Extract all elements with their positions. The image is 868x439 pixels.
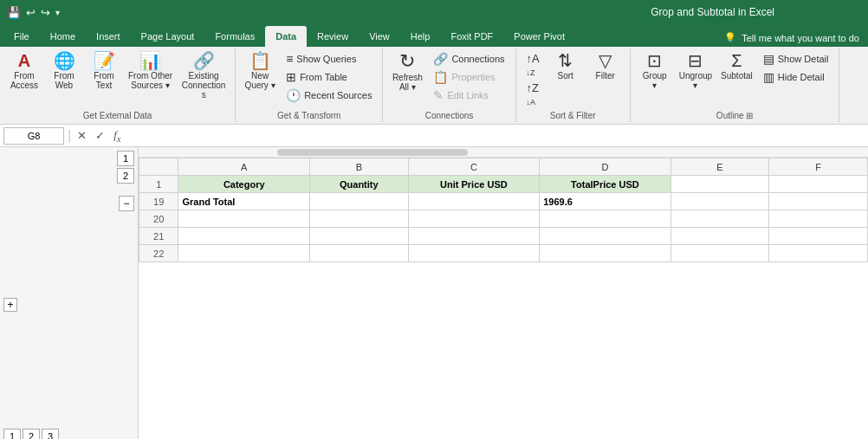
cell-a1[interactable]: Category (178, 176, 310, 193)
cell-d1[interactable]: TotalPrice USD (540, 176, 671, 193)
outline-row-2-button[interactable]: 2 (117, 168, 134, 184)
sort-asc-button[interactable]: ↑A↓Z (521, 50, 545, 80)
cell-c19[interactable] (408, 193, 540, 210)
cell-e19[interactable] (670, 193, 769, 210)
external-data-buttons: A FromAccess 🌐 FromWeb 📝 FromText 📊 From… (5, 50, 230, 109)
horizontal-scrollbar[interactable] (277, 149, 468, 156)
cell-e1[interactable] (670, 176, 769, 193)
cell-b20[interactable] (309, 210, 408, 228)
col-header-f[interactable]: F (769, 158, 868, 176)
col-header-d[interactable]: D (540, 158, 671, 176)
title-bar-controls[interactable]: 💾 ↩ ↪ ▾ (7, 6, 60, 19)
group-label: Group▾ (643, 71, 667, 90)
cell-f20[interactable] (769, 210, 868, 228)
tab-data[interactable]: Data (265, 26, 307, 47)
cell-c20[interactable] (408, 210, 540, 228)
from-table-button[interactable]: ⊞ From Table (281, 68, 377, 86)
cell-c1[interactable]: Unit Price USD (408, 176, 540, 193)
tab-view[interactable]: View (359, 26, 400, 47)
outline-expand-plus-button[interactable]: + (3, 298, 17, 312)
subtotal-button[interactable]: Σ Subtotal (717, 50, 756, 82)
cell-d22[interactable] (540, 245, 671, 262)
outline-expand-icon[interactable]: ⊞ (746, 111, 753, 120)
title-bar-title: Grop and Subtotal in Excel (60, 6, 861, 18)
col-header-b[interactable]: B (309, 158, 408, 176)
cell-c22[interactable] (408, 245, 540, 262)
hide-detail-button[interactable]: ▥ Hide Detail (758, 68, 834, 86)
tab-file[interactable]: File (3, 26, 40, 47)
col-header-c[interactable]: C (408, 158, 540, 176)
from-text-button[interactable]: 📝 FromText (85, 50, 123, 92)
cell-a20[interactable] (178, 210, 310, 228)
filter-button[interactable]: ▽ Filter (586, 50, 625, 82)
cell-b21[interactable] (309, 228, 408, 245)
from-other-sources-button[interactable]: 📊 From OtherSources ▾ (125, 50, 176, 92)
cell-b22[interactable] (309, 245, 408, 262)
tell-me-label[interactable]: Tell me what you want to do (742, 33, 859, 43)
cell-a19[interactable]: Grand Total (178, 193, 310, 210)
from-table-icon: ⊞ (286, 70, 296, 84)
cell-a22[interactable] (178, 245, 310, 262)
cell-d21[interactable] (540, 228, 671, 245)
cell-f21[interactable] (769, 228, 868, 245)
existing-connections-button[interactable]: 🔗 ExistingConnections (178, 50, 230, 101)
cell-d19[interactable]: 1969.6 (540, 193, 671, 210)
cell-a21[interactable] (178, 228, 310, 245)
tab-help[interactable]: Help (400, 26, 441, 47)
function-icon[interactable]: fx (111, 128, 123, 144)
connections-col: 🔗 Connections 📋 Properties ✎ Edit Links (428, 50, 509, 104)
show-detail-button[interactable]: ▤ Show Detail (758, 50, 834, 68)
sort-asc-icon: ↑A↓Z (527, 52, 540, 78)
sort-az-col: ↑A↓Z ↑Z↓A (521, 50, 545, 109)
cell-e21[interactable] (670, 228, 769, 245)
from-access-button[interactable]: A FromAccess (5, 50, 43, 92)
cell-c21[interactable] (408, 228, 540, 245)
tab-foxit-pdf[interactable]: Foxit PDF (440, 26, 503, 47)
cell-f19[interactable] (769, 193, 868, 210)
ungroup-button[interactable]: ⊟ Ungroup▾ (676, 50, 716, 92)
save-icon[interactable]: 💾 (7, 6, 21, 19)
cell-f1[interactable] (769, 176, 868, 193)
recent-sources-button[interactable]: 🕐 Recent Sources (281, 87, 377, 104)
sort-desc-button[interactable]: ↑Z↓A (521, 80, 545, 109)
tab-review[interactable]: Review (307, 26, 359, 47)
cell-f22[interactable] (769, 245, 868, 262)
tab-page-layout[interactable]: Page Layout (131, 26, 205, 47)
sort-button[interactable]: ⇅ Sort (547, 50, 585, 82)
outline-level-3-button[interactable]: 3 (42, 429, 59, 439)
tab-formulas[interactable]: Formulas (204, 26, 265, 47)
connections-group-label: Connections (388, 109, 509, 122)
outline-row-1-button[interactable]: 1 (117, 151, 134, 166)
cell-e22[interactable] (670, 245, 769, 262)
formula-input[interactable] (127, 131, 865, 141)
refresh-all-button[interactable]: ↻ RefreshAll ▾ (388, 50, 426, 94)
cell-ref-input[interactable] (3, 127, 64, 145)
outline-collapse-button[interactable]: − (119, 196, 134, 211)
outline-level-1-button[interactable]: 1 (3, 429, 21, 439)
group-button[interactable]: ⊡ Group▾ (636, 50, 674, 92)
from-web-button[interactable]: 🌐 FromWeb (45, 50, 83, 92)
cell-d20[interactable] (540, 210, 671, 228)
row-num-20: 20 (139, 210, 178, 228)
edit-links-button[interactable]: ✎ Edit Links (428, 87, 509, 104)
col-header-a[interactable]: A (178, 158, 310, 176)
redo-icon[interactable]: ↪ (41, 6, 50, 19)
tab-home[interactable]: Home (40, 26, 86, 47)
connections-button[interactable]: 🔗 Connections (428, 50, 509, 68)
col-header-e[interactable]: E (670, 158, 769, 176)
tab-insert[interactable]: Insert (86, 26, 131, 47)
cell-e20[interactable] (670, 210, 769, 228)
outline-level-2-button[interactable]: 2 (23, 429, 40, 439)
ungroup-icon: ⊟ (688, 52, 703, 69)
confirm-icon[interactable]: ✓ (93, 129, 107, 142)
cell-b19[interactable] (309, 193, 408, 210)
new-query-button[interactable]: 📋 NewQuery ▾ (241, 50, 279, 92)
undo-icon[interactable]: ↩ (26, 6, 36, 19)
corner-cell (139, 158, 178, 176)
cancel-icon[interactable]: ✕ (74, 129, 89, 142)
show-queries-button[interactable]: ≡ Show Queries (281, 50, 377, 68)
hide-detail-icon: ▥ (763, 70, 774, 84)
cell-b1[interactable]: Quantity (309, 176, 408, 193)
properties-button[interactable]: 📋 Properties (428, 68, 509, 86)
tab-power-pivot[interactable]: Power Pivot (503, 26, 575, 47)
